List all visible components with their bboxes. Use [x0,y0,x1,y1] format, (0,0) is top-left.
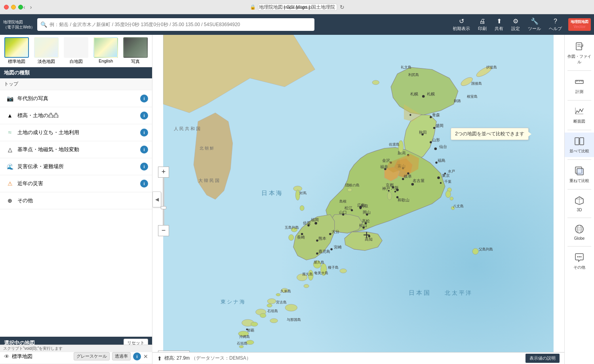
explain-btn-area: 表示値の説明 [525,354,560,363]
svg-text:久米島: 久米島 [280,289,291,293]
print-button[interactable]: 🖨 印刷 [476,17,488,32]
globe-icon [574,224,585,235]
svg-text:人 民 共 和 国: 人 民 共 和 国 [174,126,200,131]
cross-section-button[interactable]: 断面図 [565,103,594,127]
share-button[interactable]: ⬆ 共有 [493,17,505,32]
svg-text:択捉島: 択捉島 [486,65,497,69]
map-thumb-english[interactable]: English [92,37,120,64]
grayscale-button[interactable]: グレースケール [74,352,110,360]
zoom-out-button[interactable]: − [158,225,169,236]
close-selected-button[interactable]: ✕ [143,353,148,360]
svg-text:屋久島: 屋久島 [302,272,313,276]
opacity-button[interactable]: 透過率 [112,352,131,360]
svg-text:山形: 山形 [432,138,440,142]
thumbnail-pale-label: 淡色地図 [38,59,55,64]
svg-text:熊本: 熊本 [318,236,326,241]
svg-point-102 [387,192,392,200]
info-btn-selected[interactable]: i [133,353,141,360]
search-input[interactable] [50,22,311,27]
traffic-lights [4,5,23,9]
tooltip-arrow [528,132,531,136]
overlay-button[interactable]: 重ねて比較 [565,162,594,187]
measure-button[interactable]: 計測 [565,73,594,98]
svg-text:大 韓 民 国: 大 韓 民 国 [198,178,219,183]
svg-text:長崎: 長崎 [297,235,305,239]
reload-icon[interactable]: ↻ [340,4,345,10]
yearly-photo-icon: 📷 [6,94,14,103]
list-item-yearly-photo[interactable]: 📷 年代別の写真 i [0,90,152,107]
thumbnail-white-label: 白地図 [70,59,83,64]
info-btn-land-use[interactable]: i [140,129,148,136]
side-by-side-button[interactable]: 並べて比較 [565,133,594,157]
zoom-in-button[interactable]: + [158,167,169,178]
zoom-slider-handle[interactable] [161,206,166,209]
list-item-land-use[interactable]: ≈ 土地の成り立ち・土地利用 i [0,124,152,141]
rt-divider-2 [567,100,591,100]
svg-text:那覇: 那覇 [247,328,254,332]
svg-text:札幌: 札幌 [410,92,418,96]
svg-text:福島: 福島 [438,158,446,163]
tools-button[interactable]: 🔧 ツール [526,17,543,32]
minimize-traffic-light[interactable] [11,5,16,9]
svg-point-22 [434,148,437,150]
gsi-logo: 地理院地図 Vector [568,18,591,31]
map-thumb-white[interactable]: 白地図 [62,37,90,64]
print-icon: 🖨 [479,18,485,25]
info-btn-recent-disaster[interactable]: i [140,180,148,188]
settings-button[interactable]: ⚙ 設定 [510,17,522,32]
list-item-other[interactable]: ⊕ その他 [0,192,152,209]
reset-icon: ↺ [459,17,464,25]
map-types-header: 地図の種類 [0,67,152,78]
draw-file-button[interactable]: 作図・ファイル [565,38,594,68]
svg-text:隠岐の島: 隠岐の島 [345,183,360,187]
svg-point-109 [251,322,258,326]
list-item-terrain[interactable]: ▲ 標高・土地の凸凸 i [0,107,152,124]
thumbnail-pale [34,37,59,58]
search-bar[interactable]: 🔍 [37,18,314,31]
info-btn-disaster[interactable]: i [140,163,148,171]
svg-text:北 太 平 洋: 北 太 平 洋 [445,290,471,296]
gear-icon: ⚙ [513,17,518,25]
svg-text:和歌山: 和歌山 [398,198,409,202]
list-item-survey[interactable]: △ 基準点・地磁気・地殻変動 i [0,141,152,158]
map-thumb-pale[interactable]: 淡色地図 [32,37,60,64]
3d-button[interactable]: 3D [565,192,594,215]
map-thumb-standard[interactable]: 標準地図 [2,37,30,64]
globe-button[interactable]: Globe [565,220,594,244]
explain-button[interactable]: 表示値の説明 [525,354,560,363]
svg-text:利尻島: 利尻島 [408,73,419,77]
svg-point-28 [440,182,442,184]
svg-text:北 朝 鮮: 北 朝 鮮 [200,146,213,150]
svg-point-107 [267,304,272,307]
svg-text:鳥取: 鳥取 [360,204,368,208]
thumbnail-english [93,37,118,58]
svg-text:東京: 東京 [442,173,450,178]
close-traffic-light[interactable] [4,5,9,9]
list-item-disaster[interactable]: 🌊 災害伝承・避難場所 i [0,158,152,175]
reset-view-button[interactable]: ↺ 初期表示 [451,17,472,32]
top-navigation-bar: 地理院地図 （電子国土Web） 🔍 ↺ 初期表示 🖨 印刷 ⬆ 共有 ⚙ 設定 … [0,14,594,35]
info-btn-yearly-photo[interactable]: i [140,95,148,102]
list-item-recent-disaster[interactable]: ⚠ 近年の災害 i [0,175,152,192]
map-thumb-photo[interactable]: 写真 [122,37,150,64]
app-title: 地理院地図 （電子国土Web） [3,19,35,30]
svg-text:青森: 青森 [432,113,440,117]
svg-text:宮古島: 宮古島 [276,300,287,304]
url-bar[interactable]: maps.gsi.go.jp [258,4,337,11]
other-rt-button[interactable]: その他 [565,249,594,273]
back-button[interactable]: ‹ [22,3,27,11]
info-btn-terrain[interactable]: i [140,112,148,119]
svg-point-7 [372,80,379,85]
info-btn-survey[interactable]: i [140,146,148,154]
forward-button[interactable]: › [29,3,34,11]
svg-text:石垣島: 石垣島 [267,309,278,313]
3d-icon [574,195,585,206]
map-container[interactable]: 日 本 海 北 太 平 洋 東 シ ナ 海 日 本 国 大 韓 民 国 人 民 … [152,35,564,364]
zoom-slider[interactable] [163,178,164,225]
svg-point-165 [577,256,579,258]
help-button[interactable]: ? ヘルプ [547,17,564,32]
svg-point-74 [430,141,432,143]
draw-file-icon [574,41,585,52]
cross-section-icon [574,106,585,117]
overlay-icon [574,165,585,176]
